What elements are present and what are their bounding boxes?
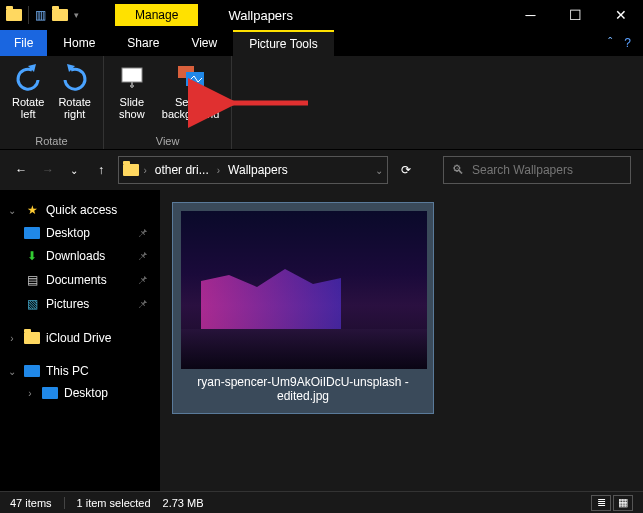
ribbon-tabs: File Home Share View Picture Tools ˆ ? xyxy=(0,30,643,56)
rotate-left-label: Rotate left xyxy=(12,96,44,120)
file-item-selected[interactable]: ryan-spencer-Um9AkOiIDcU-unsplash - edit… xyxy=(172,202,434,414)
chevron-right-icon[interactable]: › xyxy=(143,165,146,176)
sidebar-item-documents[interactable]: ▤ Documents 📌︎ xyxy=(0,268,160,292)
document-icon: ▤ xyxy=(24,272,40,288)
titlebar-icons xyxy=(0,9,28,21)
search-icon: 🔍︎ xyxy=(452,163,464,177)
up-button[interactable]: ↑ xyxy=(92,158,111,182)
set-as-background-icon xyxy=(175,62,207,94)
qat-dropdown-icon[interactable]: ▾ xyxy=(74,10,79,20)
sidebar-label: Documents xyxy=(46,273,107,287)
window-title: Wallpapers xyxy=(228,8,293,23)
close-button[interactable]: ✕ xyxy=(598,0,643,30)
refresh-button[interactable]: ⟳ xyxy=(396,158,415,182)
pin-icon: 📌︎ xyxy=(137,227,154,239)
desktop-icon xyxy=(24,227,40,239)
status-item-count: 47 items xyxy=(10,497,52,509)
status-bar: 47 items 1 item selected 2.73 MB ≣ ▦ xyxy=(0,491,643,513)
annotation-arrow xyxy=(218,88,318,121)
file-tab[interactable]: File xyxy=(0,30,47,56)
home-tab[interactable]: Home xyxy=(47,30,111,56)
expand-icon[interactable]: › xyxy=(6,333,18,344)
rotate-group-label: Rotate xyxy=(6,133,97,147)
sidebar-label: Desktop xyxy=(64,386,108,400)
address-row: ← → ⌄ ↑ › other dri... › Wallpapers ⌄ ⟳ … xyxy=(0,150,643,190)
set-as-background-button[interactable]: Set as background xyxy=(156,60,226,133)
address-dropdown-icon[interactable]: ⌄ xyxy=(375,165,383,176)
address-folder-icon xyxy=(123,164,139,176)
navigation-pane: ⌄ ★ Quick access Desktop 📌︎ ⬇ Downloads … xyxy=(0,190,160,491)
breadcrumb-1[interactable]: other dri... xyxy=(151,163,213,177)
help-icon[interactable]: ? xyxy=(624,36,631,50)
sidebar-label: Quick access xyxy=(46,203,117,217)
sidebar-item-desktop[interactable]: Desktop 📌︎ xyxy=(0,222,160,244)
collapse-icon[interactable]: ⌄ xyxy=(6,366,18,377)
file-name: ryan-spencer-Um9AkOiIDcU-unsplash - edit… xyxy=(181,369,425,405)
picture-tools-tab[interactable]: Picture Tools xyxy=(233,30,333,56)
sidebar-label: iCloud Drive xyxy=(46,331,111,345)
app-icon xyxy=(6,9,22,21)
set-as-background-label: Set as background xyxy=(162,96,220,120)
sidebar-item-downloads[interactable]: ⬇ Downloads 📌︎ xyxy=(0,244,160,268)
pin-icon: 📌︎ xyxy=(137,250,154,262)
sidebar-item-pictures[interactable]: ▧ Pictures 📌︎ xyxy=(0,292,160,316)
sidebar-item-desktop-pc[interactable]: › Desktop xyxy=(0,382,160,404)
status-selection: 1 item selected xyxy=(77,497,151,509)
sidebar-label: Downloads xyxy=(46,249,105,263)
file-list[interactable]: ryan-spencer-Um9AkOiIDcU-unsplash - edit… xyxy=(160,190,643,491)
view-switcher: ≣ ▦ xyxy=(591,495,633,511)
sidebar-item-quick-access[interactable]: ⌄ ★ Quick access xyxy=(0,198,160,222)
slideshow-button[interactable]: Slide show xyxy=(110,60,154,133)
slideshow-icon xyxy=(116,62,148,94)
minimize-button[interactable]: ─ xyxy=(508,0,553,30)
pin-icon: 📌︎ xyxy=(137,274,154,286)
rotate-right-label: Rotate right xyxy=(58,96,90,120)
view-group-label: View xyxy=(110,133,226,147)
pin-icon: 📌︎ xyxy=(137,298,154,310)
share-tab[interactable]: Share xyxy=(111,30,175,56)
sidebar-item-icloud[interactable]: › iCloud Drive xyxy=(0,326,160,350)
download-icon: ⬇ xyxy=(24,248,40,264)
view-tab[interactable]: View xyxy=(175,30,233,56)
recent-dropdown-icon[interactable]: ⌄ xyxy=(65,158,84,182)
ribbon-group-view: Slide show Set as background View xyxy=(104,56,233,149)
sidebar-label: Desktop xyxy=(46,226,90,240)
folder-icon xyxy=(24,330,40,346)
details-view-button[interactable]: ≣ xyxy=(591,495,611,511)
slideshow-label: Slide show xyxy=(119,96,145,120)
rotate-left-icon xyxy=(12,62,44,94)
collapse-icon[interactable]: ⌄ xyxy=(6,205,18,216)
rotate-right-button[interactable]: Rotate right xyxy=(52,60,96,133)
ribbon-right: ˆ ? xyxy=(596,30,643,56)
context-tab-manage[interactable]: Manage xyxy=(115,4,198,26)
thumbnails-view-button[interactable]: ▦ xyxy=(613,495,633,511)
desktop-icon xyxy=(42,387,58,399)
pc-icon xyxy=(24,365,40,377)
explorer-body: ⌄ ★ Quick access Desktop 📌︎ ⬇ Downloads … xyxy=(0,190,643,491)
maximize-button[interactable]: ☐ xyxy=(553,0,598,30)
rotate-left-button[interactable]: Rotate left xyxy=(6,60,50,133)
separator xyxy=(64,497,65,509)
sidebar-label: Pictures xyxy=(46,297,89,311)
breadcrumb-2[interactable]: Wallpapers xyxy=(224,163,292,177)
star-icon: ★ xyxy=(24,202,40,218)
sidebar-item-this-pc[interactable]: ⌄ This PC xyxy=(0,360,160,382)
search-box[interactable]: 🔍︎ xyxy=(443,156,631,184)
ribbon-group-rotate: Rotate left Rotate right Rotate xyxy=(0,56,104,149)
chevron-right-icon[interactable]: › xyxy=(217,165,220,176)
forward-button[interactable]: → xyxy=(39,158,58,182)
pictures-icon: ▧ xyxy=(24,296,40,312)
open-folder-icon[interactable] xyxy=(52,9,68,21)
sidebar-label: This PC xyxy=(46,364,89,378)
svg-rect-0 xyxy=(122,68,142,82)
search-input[interactable] xyxy=(472,163,622,177)
window-buttons: ─ ☐ ✕ xyxy=(508,0,643,30)
properties-icon[interactable]: ▥ xyxy=(35,8,46,22)
address-bar[interactable]: › other dri... › Wallpapers ⌄ xyxy=(118,156,388,184)
status-size: 2.73 MB xyxy=(163,497,204,509)
back-button[interactable]: ← xyxy=(12,158,31,182)
quick-access-toolbar: ▥ ▾ xyxy=(28,6,85,24)
collapse-ribbon-icon[interactable]: ˆ xyxy=(608,36,612,50)
rotate-right-icon xyxy=(59,62,91,94)
expand-icon[interactable]: › xyxy=(24,388,36,399)
